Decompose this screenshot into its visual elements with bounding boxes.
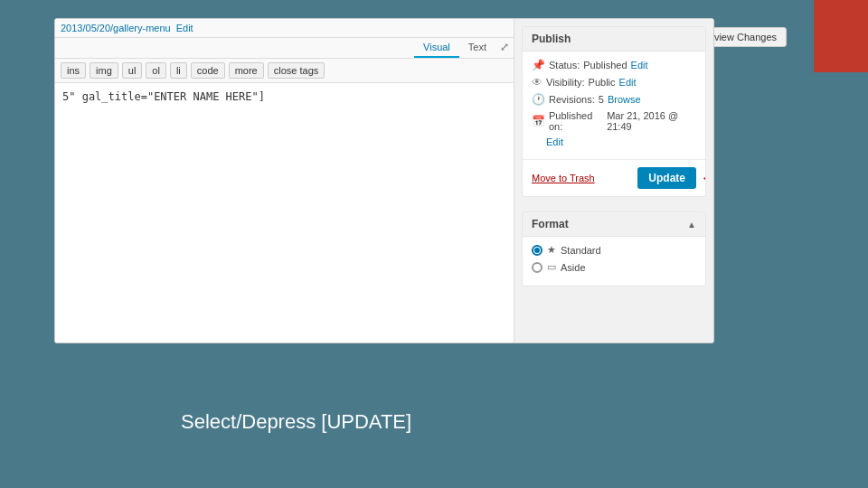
published-edit-row: Edit: [532, 136, 696, 147]
toolbar-ol[interactable]: ol: [146, 62, 166, 79]
publish-actions: Move to Trash Update STEP 28: [523, 159, 705, 196]
status-value: Published: [583, 60, 627, 70]
red-corner-decoration: [814, 0, 868, 72]
status-row: 📌 Status: Published Edit: [532, 59, 696, 71]
editor-toolbar: ins img ul ol li code more close tags: [55, 59, 514, 83]
radio-aside[interactable]: [532, 262, 542, 273]
step-arrow: [703, 171, 706, 185]
published-label: Published on:: [549, 110, 603, 132]
visibility-edit-link[interactable]: Edit: [619, 77, 637, 88]
editor-panel: 2013/05/20/gallery-menu Edit Visual Text…: [55, 19, 514, 343]
format-body: ★ Standard ▭ Aside: [523, 237, 705, 286]
edit-link[interactable]: Edit: [176, 23, 193, 33]
toolbar-code[interactable]: code: [191, 62, 225, 79]
revisions-browse-link[interactable]: Browse: [608, 94, 641, 105]
format-box: Format ▲ ★ Standard ▭ Aside: [522, 211, 706, 286]
toolbar-img[interactable]: img: [90, 62, 118, 79]
publish-header: Publish: [523, 27, 705, 52]
sidebar-panel: Publish 📌 Status: Published Edit 👁 Visib…: [514, 19, 713, 343]
visibility-icon: 👁: [532, 76, 542, 89]
published-date: Mar 21, 2016 @ 21:49: [607, 110, 696, 132]
aside-icon: ▭: [547, 261, 556, 273]
calendar-icon: 📅: [532, 115, 545, 127]
published-edit-link[interactable]: Edit: [546, 136, 563, 147]
move-trash-button[interactable]: Move to Trash: [532, 173, 595, 183]
visibility-row: 👁 Visibility: Public Edit: [532, 76, 696, 89]
publish-box: Publish 📌 Status: Published Edit 👁 Visib…: [522, 26, 706, 197]
publish-body: 📌 Status: Published Edit 👁 Visibility: P…: [523, 52, 705, 159]
toolbar-ins[interactable]: ins: [61, 62, 86, 79]
format-standard-label: Standard: [561, 245, 601, 256]
toolbar-ul[interactable]: ul: [122, 62, 143, 79]
standard-icon: ★: [547, 244, 556, 256]
visibility-label: Visibility:: [546, 77, 585, 88]
status-edit-link[interactable]: Edit: [631, 60, 648, 70]
step-badge-container: STEP 28: [703, 168, 706, 189]
revisions-label: Revisions:: [549, 94, 595, 105]
editor-topbar: 2013/05/20/gallery-menu Edit: [55, 19, 514, 38]
tab-text[interactable]: Text: [459, 38, 495, 58]
toolbar-close-tags[interactable]: close tags: [268, 62, 326, 79]
revisions-row: 🕐 Revisions: 5 Browse: [532, 93, 696, 106]
format-toggle-icon[interactable]: ▲: [687, 220, 696, 230]
post-link[interactable]: 2013/05/20/gallery-menu: [61, 23, 171, 33]
toolbar-li[interactable]: li: [170, 62, 187, 79]
toolbar-more[interactable]: more: [229, 62, 264, 79]
format-aside-label: Aside: [561, 262, 586, 273]
revisions-value: 5: [599, 94, 604, 105]
format-option-standard: ★ Standard: [532, 244, 696, 256]
format-header: Format ▲: [523, 212, 705, 237]
visibility-value: Public: [589, 77, 616, 88]
status-label: Status:: [549, 60, 580, 70]
expand-icon[interactable]: ⤢: [495, 38, 514, 56]
main-editor-container: 2013/05/20/gallery-menu Edit Visual Text…: [54, 18, 714, 343]
tab-visual[interactable]: Visual: [414, 38, 459, 58]
format-title: Format: [532, 218, 569, 230]
editor-tab-area: Visual Text ⤢: [55, 38, 514, 59]
update-button[interactable]: Update: [637, 167, 696, 189]
published-row: 📅 Published on: Mar 21, 2016 @ 21:49: [532, 110, 696, 132]
toolbar-buttons: ins img ul ol li code more close tags: [61, 62, 325, 79]
editor-content: 5" gal_title="ENTER NAME HERE"]: [62, 90, 265, 103]
revisions-icon: 🕐: [532, 93, 545, 106]
instruction-text: Select/Depress [UPDATE]: [181, 410, 411, 434]
status-icon: 📌: [532, 59, 545, 71]
format-option-aside: ▭ Aside: [532, 261, 696, 273]
radio-standard[interactable]: [532, 245, 542, 256]
editor-content-area[interactable]: 5" gal_title="ENTER NAME HERE"]: [55, 83, 514, 343]
